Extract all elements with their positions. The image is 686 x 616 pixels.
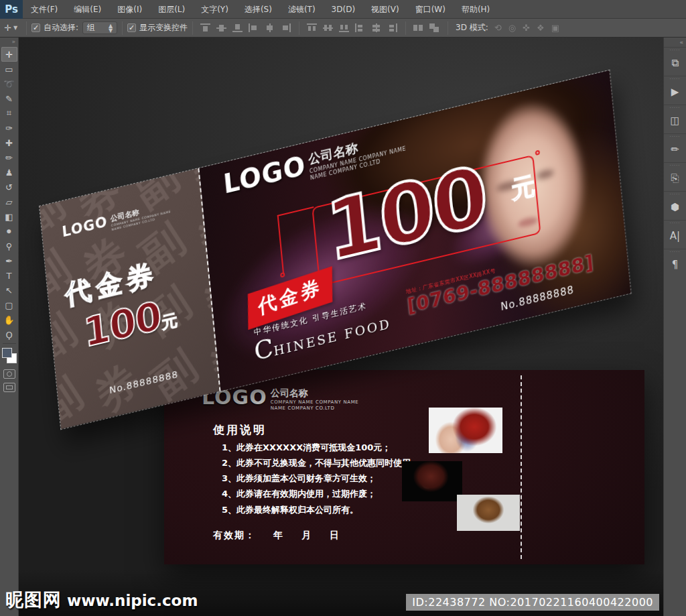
move-tool[interactable]: ✛ — [1, 47, 17, 62]
3d-rotate-icon[interactable]: ⟲ — [494, 23, 502, 33]
mode-3d-label: 3D 模式: — [456, 22, 488, 34]
menu-edit[interactable]: 编辑(E) — [66, 0, 109, 19]
panel-strip: « ·····⧉·····▶·····◫·····✏·····⎘·····⬢··… — [663, 38, 686, 616]
brush-panel-icon[interactable]: ✏ — [666, 139, 685, 160]
menu-window[interactable]: 窗口(W) — [407, 0, 454, 19]
panel-grip[interactable]: ····· — [669, 77, 680, 82]
3d-slide-icon[interactable]: ❖ — [537, 23, 545, 33]
3d-roll-icon[interactable]: ◎ — [508, 23, 516, 33]
3d-scene-panel-icon[interactable]: ◫ — [666, 111, 685, 131]
collapse-toolbar-icon[interactable]: » — [0, 38, 18, 47]
panel-grip[interactable]: ····· — [669, 164, 680, 168]
clone-source-panel-group: ·····⎘ — [664, 162, 686, 191]
3d-materials-panel-icon[interactable]: ⬢ — [666, 197, 685, 217]
marquee-tool[interactable]: ▭ — [1, 62, 17, 76]
panel-grip[interactable]: ····· — [669, 250, 680, 255]
distribute-bottom-button[interactable] — [339, 23, 350, 33]
validity-field: 年 — [273, 530, 284, 540]
distribute-left-button[interactable] — [355, 23, 366, 33]
panel-grip[interactable]: ····· — [669, 221, 680, 226]
auto-select-dropdown[interactable]: 组 ▲▼ — [82, 21, 117, 34]
panel-grip[interactable]: ····· — [669, 135, 680, 139]
usage-title: 使用说明 — [213, 422, 267, 438]
menu-view[interactable]: 视图(V) — [363, 0, 407, 19]
menu-filter[interactable]: 滤镜(T) — [280, 0, 324, 19]
actions-panel-icon[interactable]: ▶ — [666, 82, 685, 102]
crop-tool[interactable]: ⌗ — [1, 106, 17, 121]
align-vcenter-button[interactable] — [216, 23, 227, 33]
align-bottom-button[interactable] — [232, 23, 243, 33]
distribute-vcenter-button[interactable] — [323, 23, 334, 33]
clone-stamp-tool[interactable]: ♟ — [1, 165, 17, 180]
tools-list: ✛▭➰✎⌗✑✚✏♟↺▱◧⚫⚲✒T↖▢✋Ϙ — [1, 47, 17, 342]
current-tool-icon[interactable]: ✛▼ — [0, 23, 21, 33]
3d-scale-icon[interactable]: ▣ — [551, 23, 559, 33]
eyedropper-tool[interactable]: ✑ — [1, 121, 17, 135]
panel-grip[interactable]: ····· — [669, 106, 680, 111]
menu-file[interactable]: 文件(F) — [23, 0, 66, 19]
3d-drag-icon[interactable]: ✜ — [523, 23, 530, 33]
align-top-button[interactable] — [200, 23, 211, 33]
history-brush-tool[interactable]: ↺ — [1, 180, 17, 194]
color-swatches[interactable] — [1, 348, 17, 365]
auto-select-checkbox[interactable]: ✓ — [31, 23, 40, 32]
paragraph-panel-icon[interactable]: ¶ — [666, 255, 685, 275]
document-canvas[interactable]: LOGO 公司名称 COMPANY NAME COMPANY NAME NAME… — [19, 38, 663, 616]
menu-type[interactable]: 文字(Y) — [193, 0, 236, 19]
separator — [405, 21, 406, 35]
tool-options-bar: ✛▼ ✓ 自动选择: 组 ▲▼ ✓ 显示变换控件 3D 模式: ⟲◎✜❖▣ — [0, 19, 686, 38]
eraser-tool[interactable]: ▱ — [1, 194, 17, 209]
menu-layer[interactable]: 图层(L) — [150, 0, 193, 19]
path-selection-tool[interactable]: ↖ — [1, 283, 17, 298]
auto-blend-layers-button[interactable] — [429, 23, 440, 33]
blur-tool[interactable]: ⚫ — [1, 224, 17, 239]
move-tool-icon: ✛ — [4, 23, 11, 33]
dodge-tool[interactable]: ⚲ — [1, 239, 17, 253]
separator — [448, 21, 448, 35]
healing-brush-tool[interactable]: ✚ — [1, 135, 17, 150]
foreground-color-swatch[interactable] — [2, 348, 12, 358]
menu-image[interactable]: 图像(I) — [109, 0, 150, 19]
hand-tool[interactable]: ✋ — [1, 312, 17, 327]
lasso-tool[interactable]: ➰ — [1, 76, 17, 91]
type-tool[interactable]: T — [1, 268, 17, 283]
brush-tool[interactable]: ✏ — [1, 150, 17, 165]
panel-icons: ·····⧉·····▶·····◫·····✏·····⎘·····⬢····… — [664, 47, 686, 278]
shape-tool[interactable]: ▢ — [1, 298, 17, 312]
zoom-tool[interactable]: Ϙ — [1, 327, 17, 342]
toolbar: » ✛▭➰✎⌗✑✚✏♟↺▱◧⚫⚲✒T↖▢✋Ϙ — [0, 38, 19, 616]
usage-item: 4、此券请在有效期内使用，过期作废； — [222, 486, 419, 501]
panel-grip[interactable]: ····· — [669, 192, 680, 197]
distribute-top-button[interactable] — [307, 23, 318, 33]
expand-panels-icon[interactable]: « — [664, 38, 686, 47]
panel-grip[interactable]: ····· — [669, 48, 680, 53]
back-header: LOGO 公司名称 COMPANY NAME COMPANY NAME NAME… — [202, 387, 358, 412]
extra-buttons — [411, 23, 443, 33]
show-transform-group: ✓ 显示变换控件 — [127, 22, 188, 34]
validity-label: 有效期： — [213, 530, 256, 540]
gradient-tool[interactable]: ◧ — [1, 209, 17, 224]
auto-align-layers-button[interactable] — [413, 23, 424, 33]
menu-help[interactable]: 帮助(H) — [454, 0, 498, 19]
menu-3d[interactable]: 3D(D) — [324, 0, 363, 19]
align-left-button[interactable] — [249, 23, 259, 33]
quick-selection-tool[interactable]: ✎ — [1, 91, 17, 106]
character-panel-icon[interactable]: A| — [666, 226, 685, 246]
history-panel-icon[interactable]: ⧉ — [666, 53, 685, 73]
align-hcenter-button[interactable] — [265, 23, 275, 33]
usage-item: 5、此券最终解释权归本公司所有。 — [222, 502, 419, 517]
stub-watermark-char: 副 — [40, 302, 86, 375]
distribute-hcenter-button[interactable] — [371, 23, 382, 33]
usage-item: 2、此券不可兑换现金，不得与其他优惠同时使用； — [222, 455, 419, 471]
align-right-button[interactable] — [281, 23, 291, 33]
auto-select-value: 组 — [87, 22, 95, 34]
3d-scene-panel-group: ·····◫ — [664, 105, 686, 133]
pen-tool[interactable]: ✒ — [1, 253, 17, 268]
quick-mask-button[interactable] — [3, 369, 15, 379]
menu-items: 文件(F)编辑(E)图像(I)图层(L)文字(Y)选择(S)滤镜(T)3D(D)… — [23, 0, 498, 19]
distribute-right-button[interactable] — [387, 23, 398, 33]
screen-mode-button[interactable] — [3, 383, 15, 392]
show-transform-checkbox[interactable]: ✓ — [127, 23, 136, 32]
clone-source-panel-icon[interactable]: ⎘ — [666, 168, 685, 188]
menu-select[interactable]: 选择(S) — [236, 0, 280, 19]
